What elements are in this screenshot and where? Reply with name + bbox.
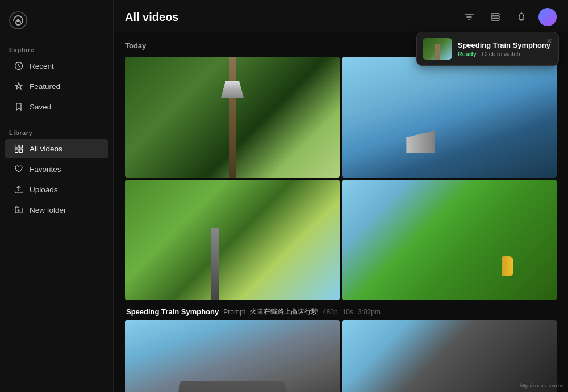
notification-popup: Speeding Train Symphony Ready · Click to… [416,32,559,66]
prompt-label: Prompt [223,308,245,316]
sidebar-item-new-folder[interactable]: New folder [5,200,108,220]
sidebar-item-recent-label: Recent [30,62,54,70]
svg-rect-9 [491,19,499,20]
bookmark-icon [14,102,24,112]
explore-section-label: Explore [0,43,113,56]
svg-rect-6 [19,149,23,153]
video-grid-road [125,320,557,392]
grid-icon [14,144,24,154]
video-thumb-road-2[interactable] [342,320,557,392]
page-title: All videos [125,11,178,24]
content-area: Today Speeding Train Symphony Prompt 火車在… [114,32,568,392]
sidebar-item-saved[interactable]: Saved [5,97,108,116]
video-resolution: 480p [323,308,338,316]
sidebar-item-favorites[interactable]: Favorites [5,159,108,179]
heart-icon [14,164,24,174]
sidebar-item-saved-label: Saved [30,103,51,111]
sidebar: Explore Recent Featured Saved Library [0,0,114,392]
svg-rect-5 [15,149,19,153]
notification-ready-status: Ready [458,50,477,57]
video-grid-trains [125,57,557,300]
filter-button[interactable] [460,8,478,26]
sidebar-item-favorites-label: Favorites [30,165,61,174]
clock-icon [14,61,24,71]
video-title: Speeding Train Symphony [126,307,219,316]
svg-point-1 [17,19,20,22]
avatar-button[interactable] [538,8,557,26]
video-thumb-2[interactable] [342,57,557,178]
prompt-text: 火車在鐵路上高速行駛 [250,307,318,317]
video-thumb-4[interactable] [342,180,557,301]
sidebar-item-uploads[interactable]: Uploads [5,180,108,199]
folder-plus-icon [14,205,24,215]
sidebar-item-featured-label: Featured [30,82,60,91]
notification-thumb [423,38,452,60]
svg-rect-7 [491,14,499,15]
app-logo[interactable] [0,9,113,43]
notification-sub: Ready · Click to watch [458,50,550,57]
svg-rect-4 [19,145,23,149]
star-icon [14,81,24,91]
notification-title: Speeding Train Symphony [458,41,550,49]
notifications-button[interactable] [512,8,531,26]
video-info-bar: Speeding Train Symphony Prompt 火車在鐵路上高速行… [125,302,557,320]
sidebar-item-new-folder-label: New folder [30,206,66,214]
library-section-label: Library [0,126,113,138]
svg-rect-8 [491,16,499,18]
sidebar-item-recent[interactable]: Recent [5,56,108,75]
sidebar-item-featured[interactable]: Featured [5,77,108,96]
sidebar-item-all-videos[interactable]: All videos [5,139,108,158]
topbar: All videos [114,0,568,32]
video-time: 3:02pm [358,308,381,316]
topbar-actions [460,8,557,26]
notification-close-button[interactable]: ✕ [545,36,554,46]
video-duration: 10s [343,308,353,316]
sidebar-item-all-videos-label: All videos [30,145,62,153]
video-thumb-1[interactable] [125,57,340,178]
notification-content: Speeding Train Symphony Ready · Click to… [458,41,550,57]
notification-cta: · Click to watch [478,50,520,57]
video-thumb-3[interactable] [125,180,340,301]
video-thumb-road-1[interactable] [125,320,340,392]
sidebar-item-uploads-label: Uploads [30,186,58,194]
upload-icon [14,184,24,195]
list-view-button[interactable] [486,8,504,26]
main-content: All videos [114,0,568,392]
svg-rect-3 [15,145,19,149]
